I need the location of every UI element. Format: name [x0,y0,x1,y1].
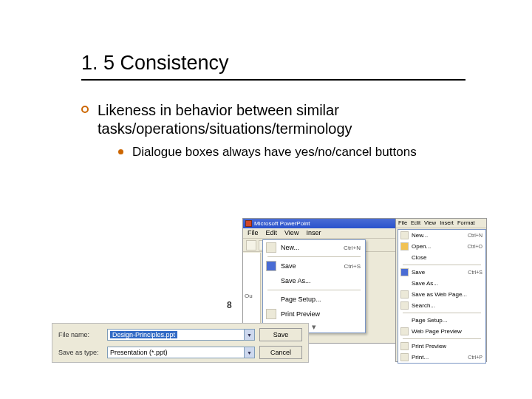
save-as-type-field[interactable]: Presentation (*.ppt) ▼ [107,347,255,358]
menu-label: Page Setup... [412,317,482,324]
menu-separator [403,338,481,339]
level2-text: Dialogue boxes always have yes/no/cancel… [132,144,417,160]
menu-item-page-setup[interactable]: Page Setup... [263,292,365,307]
file-name-value: Design-Principles.ppt [110,331,177,338]
new-doc-icon [266,242,276,253]
menu-item-save-as[interactable]: Save As... [398,278,485,289]
menu-separator [267,256,361,257]
menu-shortcut: Ctrl+P [468,355,482,360]
menu-item-print-preview[interactable]: Print Preview [263,307,365,321]
menu-separator [403,265,481,265]
menu-label: Print Preview [412,343,482,349]
menu-file[interactable]: File [398,219,407,227]
save-dialog: File name: Design-Principles.ppt ▼ Save … [52,323,309,363]
word-window: File Edit View Insert Format New...Ctrl+… [395,218,487,362]
menu-item-save-web[interactable]: Save as Web Page... [398,289,485,300]
menu-item-web-preview[interactable]: Web Page Preview [398,326,485,337]
search-icon [400,301,409,310]
circle-bullet-icon [81,106,89,113]
app-title: Microsoft PowerPoint [254,220,310,227]
word-file-menu: New...Ctrl+N Open...Ctrl+O Close SaveCtr… [398,229,486,364]
menu-label: Save As... [281,277,361,284]
menu-insert[interactable]: Inser [306,229,321,237]
bullet-level1: Likeness in behavior between similar tas… [81,101,488,138]
new-doc-icon [400,231,409,239]
menu-label: Print Preview [281,310,361,318]
open-folder-icon [400,242,409,250]
menu-item-save-as[interactable]: Save As... [263,273,365,288]
menu-item-save[interactable]: Save Ctrl+S [263,259,365,273]
new-icon[interactable] [246,240,256,250]
menu-label: New... [281,244,339,251]
menu-insert[interactable]: Insert [440,219,454,227]
save-as-type-value: Presentation (*.ppt) [110,349,168,356]
menu-label: New... [412,232,465,239]
menu-view[interactable]: View [284,229,299,237]
menu-item-search[interactable]: Search... [398,300,485,311]
dropdown-icon[interactable]: ▼ [244,347,254,358]
ppt-menubar: File Edit View Inser [243,228,400,239]
screenshot-composite: Microsoft PowerPoint File Edit View Inse… [52,218,488,373]
menu-item-open[interactable]: Open...Ctrl+O [398,241,485,252]
slide-title: 1. 5 Consistency [81,52,488,75]
title-rule [81,79,466,81]
ppt-file-menu: New... Ctrl+N Save Ctrl+S Save As... Pag… [262,239,366,333]
print-preview-icon [400,342,409,350]
menu-label: Close [412,254,482,261]
menu-item-page-setup[interactable]: Page Setup... [398,315,485,326]
print-preview-icon [266,309,276,319]
file-name-field[interactable]: Design-Principles.ppt ▼ [107,329,255,341]
web-preview-icon [400,327,409,335]
save-web-icon [400,290,409,299]
menu-label: Open... [412,243,465,250]
save-disk-icon [400,268,409,276]
menu-shortcut: Ctrl+N [344,245,361,251]
bullet-level2: Dialogue boxes always have yes/no/cancel… [118,144,488,160]
menu-item-print[interactable]: Print...Ctrl+P [398,352,485,363]
save-disk-icon [266,261,276,271]
chevron-down-icon: ▾ [312,322,316,332]
menu-edit[interactable]: Edit [411,219,420,227]
menu-label: Print... [412,354,465,361]
save-button[interactable]: Save [259,328,302,341]
menu-format[interactable]: Format [457,219,475,227]
file-name-label: File name: [58,331,103,338]
button-label: Cancel [270,349,291,356]
dot-bullet-icon [118,149,123,154]
menu-separator [403,313,481,313]
dropdown-icon[interactable]: ▼ [244,330,254,340]
menu-item-new[interactable]: New...Ctrl+N [398,230,485,241]
menu-label: Page Setup... [281,296,361,303]
outline-tab-label[interactable]: Ou [245,293,253,299]
menu-label: Save [281,262,340,270]
menu-item-new[interactable]: New... Ctrl+N [263,240,365,255]
menu-label: Save As... [412,280,482,287]
menu-label: Search... [412,302,482,309]
powerpoint-icon [245,220,252,227]
menu-item-save[interactable]: SaveCtrl+S [398,267,485,278]
menu-label: Save as Web Page... [412,291,482,298]
save-as-type-label: Save as type: [58,349,103,356]
button-label: Save [273,331,289,338]
level1-text: Likeness in behavior between similar tas… [98,101,488,138]
menu-shortcut: Ctrl+S [344,263,361,270]
cancel-button[interactable]: Cancel [259,346,302,359]
menu-shortcut: Ctrl+S [468,270,482,275]
blank-icon [400,253,409,262]
menu-edit[interactable]: Edit [266,229,278,237]
blank-icon [266,276,276,286]
blank-icon [266,294,276,304]
blank-icon [400,279,409,287]
menu-file[interactable]: File [248,229,259,237]
menu-item-close[interactable]: Close [398,252,485,263]
blank-icon [400,316,409,324]
menu-view[interactable]: View [424,219,436,227]
menu-label: Save [412,269,465,276]
menu-label: Web Page Preview [412,328,482,335]
menu-shortcut: Ctrl+N [468,233,482,238]
printer-icon [400,353,409,361]
menu-item-print-preview[interactable]: Print Preview [398,341,485,352]
slide-number: 8 [227,300,232,310]
menu-shortcut: Ctrl+O [468,244,482,249]
menu-separator [267,290,361,290]
